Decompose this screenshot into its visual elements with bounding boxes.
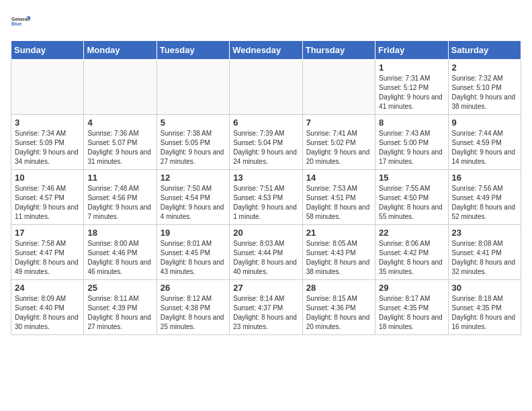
calendar-cell: 24Sunrise: 8:09 AM Sunset: 4:40 PM Dayli… [11, 280, 84, 335]
calendar-cell: 1Sunrise: 7:31 AM Sunset: 5:12 PM Daylig… [375, 60, 448, 115]
calendar-cell: 20Sunrise: 8:03 AM Sunset: 4:44 PM Dayli… [230, 225, 302, 280]
day-info: Sunrise: 8:06 AM Sunset: 4:42 PM Dayligh… [379, 239, 444, 277]
day-info: Sunrise: 8:08 AM Sunset: 4:41 PM Dayligh… [452, 239, 517, 277]
calendar-cell: 19Sunrise: 8:01 AM Sunset: 4:45 PM Dayli… [157, 225, 229, 280]
calendar-cell [157, 60, 229, 115]
calendar-cell: 4Sunrise: 7:36 AM Sunset: 5:07 PM Daylig… [84, 115, 157, 170]
day-number: 25 [87, 283, 152, 293]
day-number: 1 [379, 62, 444, 73]
day-info: Sunrise: 7:41 AM Sunset: 5:02 PM Dayligh… [306, 129, 371, 167]
logo-icon: GeneralBlue [11, 11, 32, 32]
day-info: Sunrise: 7:31 AM Sunset: 5:12 PM Dayligh… [379, 74, 444, 111]
calendar-cell: 21Sunrise: 8:05 AM Sunset: 4:43 PM Dayli… [302, 225, 375, 280]
calendar-cell: 8Sunrise: 7:43 AM Sunset: 5:00 PM Daylig… [375, 115, 448, 170]
day-number: 14 [306, 173, 371, 183]
calendar-table: SundayMondayTuesdayWednesdayThursdayFrid… [11, 40, 521, 335]
calendar-cell: 14Sunrise: 7:53 AM Sunset: 4:51 PM Dayli… [302, 170, 375, 225]
calendar-cell: 30Sunrise: 8:18 AM Sunset: 4:35 PM Dayli… [448, 280, 521, 335]
day-number: 15 [379, 173, 444, 183]
calendar-week-3: 10Sunrise: 7:46 AM Sunset: 4:57 PM Dayli… [11, 170, 521, 225]
header: GeneralBlue [11, 11, 521, 32]
day-number: 30 [452, 283, 517, 293]
calendar-cell: 6Sunrise: 7:39 AM Sunset: 5:04 PM Daylig… [230, 115, 302, 170]
day-info: Sunrise: 8:12 AM Sunset: 4:38 PM Dayligh… [161, 294, 226, 332]
calendar-cell: 3Sunrise: 7:34 AM Sunset: 5:09 PM Daylig… [11, 115, 84, 170]
weekday-header-row: SundayMondayTuesdayWednesdayThursdayFrid… [11, 41, 521, 60]
day-info: Sunrise: 7:53 AM Sunset: 4:51 PM Dayligh… [306, 184, 371, 222]
calendar-cell: 11Sunrise: 7:48 AM Sunset: 4:56 PM Dayli… [84, 170, 157, 225]
day-number: 20 [233, 228, 298, 238]
calendar-cell: 28Sunrise: 8:15 AM Sunset: 4:36 PM Dayli… [302, 280, 375, 335]
calendar-week-5: 24Sunrise: 8:09 AM Sunset: 4:40 PM Dayli… [11, 280, 521, 335]
calendar-cell: 5Sunrise: 7:38 AM Sunset: 5:05 PM Daylig… [157, 115, 229, 170]
calendar-cell: 22Sunrise: 8:06 AM Sunset: 4:42 PM Dayli… [375, 225, 448, 280]
day-info: Sunrise: 7:43 AM Sunset: 5:00 PM Dayligh… [379, 129, 444, 167]
day-number: 4 [87, 118, 152, 128]
day-number: 7 [306, 118, 371, 128]
calendar-week-2: 3Sunrise: 7:34 AM Sunset: 5:09 PM Daylig… [11, 115, 521, 170]
day-info: Sunrise: 7:44 AM Sunset: 4:59 PM Dayligh… [452, 129, 517, 167]
calendar-cell [230, 60, 302, 115]
day-number: 8 [379, 118, 444, 128]
day-info: Sunrise: 8:17 AM Sunset: 4:35 PM Dayligh… [379, 294, 444, 332]
day-info: Sunrise: 8:11 AM Sunset: 4:39 PM Dayligh… [87, 294, 152, 332]
day-info: Sunrise: 8:18 AM Sunset: 4:35 PM Dayligh… [452, 294, 517, 332]
svg-text:General: General [11, 17, 29, 21]
day-number: 10 [15, 173, 80, 183]
day-number: 2 [452, 62, 517, 73]
day-info: Sunrise: 7:50 AM Sunset: 4:54 PM Dayligh… [161, 184, 226, 222]
day-number: 5 [161, 118, 226, 128]
day-info: Sunrise: 8:15 AM Sunset: 4:36 PM Dayligh… [306, 294, 371, 332]
day-number: 23 [452, 228, 517, 238]
calendar-cell [11, 60, 84, 115]
day-number: 22 [379, 228, 444, 238]
calendar-cell: 27Sunrise: 8:14 AM Sunset: 4:37 PM Dayli… [230, 280, 302, 335]
day-info: Sunrise: 8:01 AM Sunset: 4:45 PM Dayligh… [161, 239, 226, 277]
calendar-cell: 13Sunrise: 7:51 AM Sunset: 4:53 PM Dayli… [230, 170, 302, 225]
day-number: 13 [233, 173, 298, 183]
day-number: 19 [161, 228, 226, 238]
calendar-cell: 10Sunrise: 7:46 AM Sunset: 4:57 PM Dayli… [11, 170, 84, 225]
day-info: Sunrise: 7:56 AM Sunset: 4:49 PM Dayligh… [452, 184, 517, 222]
day-number: 26 [161, 283, 226, 293]
calendar-cell: 12Sunrise: 7:50 AM Sunset: 4:54 PM Dayli… [157, 170, 229, 225]
logo: GeneralBlue [11, 11, 32, 32]
day-info: Sunrise: 7:32 AM Sunset: 5:10 PM Dayligh… [452, 74, 517, 111]
day-number: 16 [452, 173, 517, 183]
day-info: Sunrise: 7:39 AM Sunset: 5:04 PM Dayligh… [233, 129, 298, 167]
day-number: 21 [306, 228, 371, 238]
day-info: Sunrise: 7:38 AM Sunset: 5:05 PM Dayligh… [161, 129, 226, 167]
calendar-cell: 9Sunrise: 7:44 AM Sunset: 4:59 PM Daylig… [448, 115, 521, 170]
day-info: Sunrise: 7:36 AM Sunset: 5:07 PM Dayligh… [87, 129, 152, 167]
day-info: Sunrise: 8:03 AM Sunset: 4:44 PM Dayligh… [233, 239, 298, 277]
day-number: 18 [87, 228, 152, 238]
day-info: Sunrise: 7:46 AM Sunset: 4:57 PM Dayligh… [15, 184, 80, 222]
calendar-week-1: 1Sunrise: 7:31 AM Sunset: 5:12 PM Daylig… [11, 60, 521, 115]
day-info: Sunrise: 7:51 AM Sunset: 4:53 PM Dayligh… [233, 184, 298, 222]
day-info: Sunrise: 8:05 AM Sunset: 4:43 PM Dayligh… [306, 239, 371, 277]
day-number: 29 [379, 283, 444, 293]
calendar-cell: 17Sunrise: 7:58 AM Sunset: 4:47 PM Dayli… [11, 225, 84, 280]
weekday-header-monday: Monday [84, 41, 157, 60]
day-info: Sunrise: 8:14 AM Sunset: 4:37 PM Dayligh… [233, 294, 298, 332]
weekday-header-saturday: Saturday [448, 41, 521, 60]
day-number: 6 [233, 118, 298, 128]
weekday-header-friday: Friday [375, 41, 448, 60]
svg-text:Blue: Blue [11, 21, 21, 26]
calendar-cell: 15Sunrise: 7:55 AM Sunset: 4:50 PM Dayli… [375, 170, 448, 225]
weekday-header-thursday: Thursday [302, 41, 375, 60]
day-number: 3 [15, 118, 80, 128]
day-number: 17 [15, 228, 80, 238]
day-number: 12 [161, 173, 226, 183]
calendar-cell: 29Sunrise: 8:17 AM Sunset: 4:35 PM Dayli… [375, 280, 448, 335]
day-number: 11 [87, 173, 152, 183]
weekday-header-wednesday: Wednesday [230, 41, 302, 60]
calendar-cell: 25Sunrise: 8:11 AM Sunset: 4:39 PM Dayli… [84, 280, 157, 335]
day-info: Sunrise: 8:09 AM Sunset: 4:40 PM Dayligh… [15, 294, 80, 332]
calendar-cell [302, 60, 375, 115]
calendar-cell: 2Sunrise: 7:32 AM Sunset: 5:10 PM Daylig… [448, 60, 521, 115]
calendar-cell: 18Sunrise: 8:00 AM Sunset: 4:46 PM Dayli… [84, 225, 157, 280]
day-info: Sunrise: 7:48 AM Sunset: 4:56 PM Dayligh… [87, 184, 152, 222]
calendar-cell [84, 60, 157, 115]
calendar-cell: 23Sunrise: 8:08 AM Sunset: 4:41 PM Dayli… [448, 225, 521, 280]
